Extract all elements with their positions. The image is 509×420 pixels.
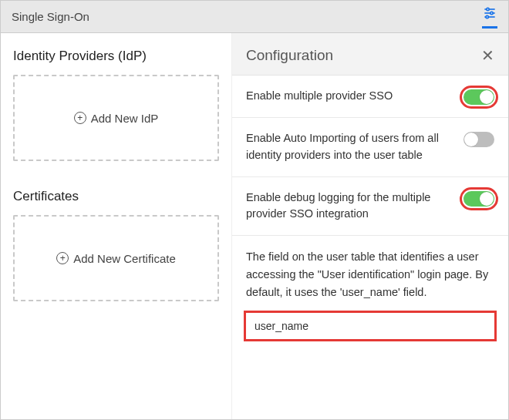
setting-label: Enable multiple provider SSO [246,88,454,105]
svg-point-5 [486,15,488,18]
config-panel: Configuration ✕ Enable multiple provider… [232,33,508,419]
field-description: The field on the user table that identif… [246,248,494,302]
add-idp-label: Add New IdP [91,112,159,125]
svg-point-3 [487,8,489,10]
settings-icon[interactable] [482,5,497,29]
setting-row-debug-logging: Enable debug logging for the multiple pr… [232,177,508,237]
panel-title: Configuration [246,47,333,64]
body: Identity Providers (IdP) + Add New IdP C… [1,33,508,419]
svg-point-4 [490,12,493,14]
setting-row-auto-import: Enable Auto Importing of users from all … [232,118,508,177]
plus-circle-icon: + [74,112,86,124]
add-idp-button[interactable]: + Add New IdP [13,75,219,161]
idp-heading: Identity Providers (IdP) [13,49,219,64]
toggle-auto-import[interactable] [463,132,494,147]
cert-heading: Certificates [13,189,219,204]
setting-label: Enable debug logging for the multiple pr… [246,190,454,223]
titlebar: Single Sign-On [1,1,508,33]
field-row-user-field: The field on the user table that identif… [232,236,508,347]
user-field-input[interactable] [246,313,494,339]
left-column: Identity Providers (IdP) + Add New IdP C… [1,33,232,419]
add-cert-button[interactable]: + Add New Certificate [13,215,219,301]
plus-circle-icon: + [56,252,69,264]
close-icon[interactable]: ✕ [481,48,494,63]
add-cert-label: Add New Certificate [73,252,176,265]
toggle-enable-sso[interactable] [463,89,494,105]
add-idp-inner: + Add New IdP [74,112,159,125]
app-frame: Single Sign-On Identity Providers (IdP) … [0,0,509,420]
setting-row-enable-sso: Enable multiple provider SSO [232,76,508,118]
add-cert-inner: + Add New Certificate [56,252,176,265]
page-title: Single Sign-On [12,10,89,23]
panel-header: Configuration ✕ [232,33,508,76]
setting-label: Enable Auto Importing of users from all … [246,130,454,164]
toggle-debug-logging[interactable] [463,191,494,207]
